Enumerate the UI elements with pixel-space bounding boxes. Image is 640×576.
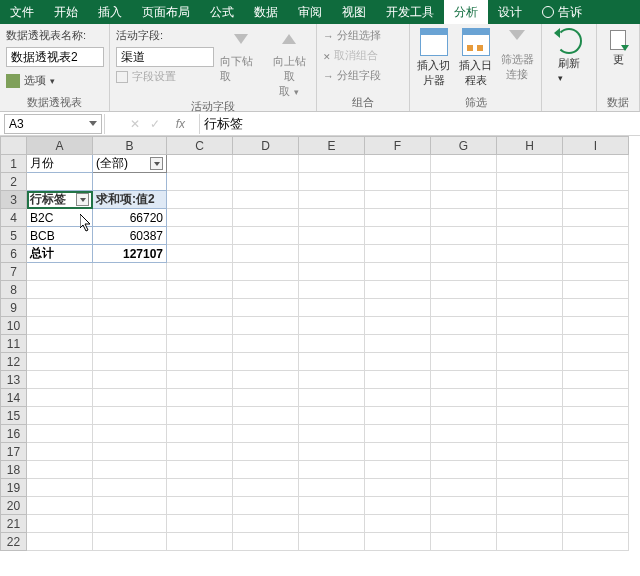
cell-B16[interactable] <box>93 425 167 443</box>
cell-I20[interactable] <box>563 497 629 515</box>
cell-B9[interactable] <box>93 299 167 317</box>
row-header-2[interactable]: 2 <box>1 173 27 191</box>
cell-D7[interactable] <box>233 263 299 281</box>
drill-up-button[interactable]: 向上钻取 取 ▾ <box>268 28 310 99</box>
tab-formulas[interactable]: 公式 <box>200 0 244 24</box>
cell-F6[interactable] <box>365 245 431 263</box>
group-field-button[interactable]: 分组字段 <box>323 68 381 83</box>
select-all-corner[interactable] <box>1 137 27 155</box>
row-header-11[interactable]: 11 <box>1 335 27 353</box>
row-header-6[interactable]: 6 <box>1 245 27 263</box>
cell-H7[interactable] <box>497 263 563 281</box>
row-header-14[interactable]: 14 <box>1 389 27 407</box>
cell-E16[interactable] <box>299 425 365 443</box>
cell-D8[interactable] <box>233 281 299 299</box>
cell-D16[interactable] <box>233 425 299 443</box>
cell-C21[interactable] <box>167 515 233 533</box>
cell-A9[interactable] <box>27 299 93 317</box>
cell-A1[interactable]: 月份 <box>27 155 93 173</box>
row-header-21[interactable]: 21 <box>1 515 27 533</box>
cell-A10[interactable] <box>27 317 93 335</box>
row-header-13[interactable]: 13 <box>1 371 27 389</box>
row-header-10[interactable]: 10 <box>1 317 27 335</box>
cell-E2[interactable] <box>299 173 365 191</box>
cell-G2[interactable] <box>431 173 497 191</box>
cell-F3[interactable] <box>365 191 431 209</box>
cell-C9[interactable] <box>167 299 233 317</box>
cell-F19[interactable] <box>365 479 431 497</box>
cell-I4[interactable] <box>563 209 629 227</box>
cell-C20[interactable] <box>167 497 233 515</box>
cell-F9[interactable] <box>365 299 431 317</box>
cell-D12[interactable] <box>233 353 299 371</box>
cell-H14[interactable] <box>497 389 563 407</box>
tab-insert[interactable]: 插入 <box>88 0 132 24</box>
cell-D18[interactable] <box>233 461 299 479</box>
cell-I5[interactable] <box>563 227 629 245</box>
cell-G21[interactable] <box>431 515 497 533</box>
cell-E3[interactable] <box>299 191 365 209</box>
cell-F13[interactable] <box>365 371 431 389</box>
refresh-button[interactable]: 刷新▾ <box>548 28 590 83</box>
row-header-20[interactable]: 20 <box>1 497 27 515</box>
cell-B7[interactable] <box>93 263 167 281</box>
cell-H5[interactable] <box>497 227 563 245</box>
cell-A7[interactable] <box>27 263 93 281</box>
tell-me[interactable]: 告诉 <box>532 0 592 24</box>
cell-D22[interactable] <box>233 533 299 551</box>
cell-A5[interactable]: BCB <box>27 227 93 245</box>
cell-I12[interactable] <box>563 353 629 371</box>
pivot-name-input[interactable] <box>6 47 104 67</box>
cell-D21[interactable] <box>233 515 299 533</box>
row-header-4[interactable]: 4 <box>1 209 27 227</box>
cell-C11[interactable] <box>167 335 233 353</box>
cell-G16[interactable] <box>431 425 497 443</box>
cell-H13[interactable] <box>497 371 563 389</box>
cell-A8[interactable] <box>27 281 93 299</box>
fx-icon[interactable]: fx <box>176 117 185 131</box>
cell-F5[interactable] <box>365 227 431 245</box>
cell-D5[interactable] <box>233 227 299 245</box>
cell-I8[interactable] <box>563 281 629 299</box>
row-header-19[interactable]: 19 <box>1 479 27 497</box>
cell-C19[interactable] <box>167 479 233 497</box>
cell-F4[interactable] <box>365 209 431 227</box>
cell-I2[interactable] <box>563 173 629 191</box>
field-settings-button[interactable]: 字段设置 <box>116 69 214 84</box>
cell-G12[interactable] <box>431 353 497 371</box>
drill-down-button[interactable]: 向下钻取 <box>220 28 262 84</box>
cell-D6[interactable] <box>233 245 299 263</box>
cell-H15[interactable] <box>497 407 563 425</box>
cell-F21[interactable] <box>365 515 431 533</box>
cell-I17[interactable] <box>563 443 629 461</box>
tab-design[interactable]: 设计 <box>488 0 532 24</box>
col-header-B[interactable]: B <box>93 137 167 155</box>
cell-H19[interactable] <box>497 479 563 497</box>
cell-E13[interactable] <box>299 371 365 389</box>
cell-H3[interactable] <box>497 191 563 209</box>
cell-E5[interactable] <box>299 227 365 245</box>
cell-G4[interactable] <box>431 209 497 227</box>
group-selection-button[interactable]: 分组选择 <box>323 28 381 43</box>
cell-A4[interactable]: B2C <box>27 209 93 227</box>
cell-C1[interactable] <box>167 155 233 173</box>
cell-H22[interactable] <box>497 533 563 551</box>
cell-I10[interactable] <box>563 317 629 335</box>
cell-E9[interactable] <box>299 299 365 317</box>
tab-review[interactable]: 审阅 <box>288 0 332 24</box>
cell-G1[interactable] <box>431 155 497 173</box>
cell-D20[interactable] <box>233 497 299 515</box>
row-header-5[interactable]: 5 <box>1 227 27 245</box>
cell-F18[interactable] <box>365 461 431 479</box>
cell-G10[interactable] <box>431 317 497 335</box>
cell-A21[interactable] <box>27 515 93 533</box>
cell-H6[interactable] <box>497 245 563 263</box>
tab-developer[interactable]: 开发工具 <box>376 0 444 24</box>
tab-data[interactable]: 数据 <box>244 0 288 24</box>
cell-C2[interactable] <box>167 173 233 191</box>
cell-C5[interactable] <box>167 227 233 245</box>
cell-A16[interactable] <box>27 425 93 443</box>
page-filter-dropdown[interactable] <box>150 157 163 170</box>
cell-H4[interactable] <box>497 209 563 227</box>
cell-F11[interactable] <box>365 335 431 353</box>
